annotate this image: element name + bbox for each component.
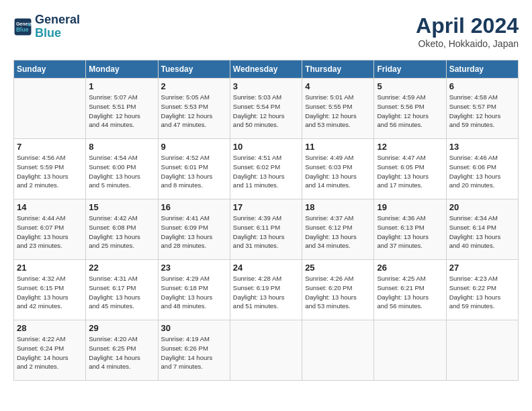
calendar-cell: 1Sunrise: 5:07 AM Sunset: 5:51 PM Daylig…	[86, 79, 158, 139]
calendar-cell: 5Sunrise: 4:59 AM Sunset: 5:56 PM Daylig…	[374, 79, 446, 139]
day-number: 29	[89, 323, 154, 333]
calendar-cell: 30Sunrise: 4:19 AM Sunset: 6:26 PM Dayli…	[158, 320, 230, 381]
day-info: Sunrise: 4:46 AM Sunset: 6:06 PM Dayligh…	[449, 153, 515, 190]
day-number: 24	[233, 263, 299, 273]
day-info: Sunrise: 4:23 AM Sunset: 6:22 PM Dayligh…	[449, 274, 515, 311]
day-info: Sunrise: 4:52 AM Sunset: 6:01 PM Dayligh…	[161, 153, 227, 190]
calendar-cell	[14, 79, 86, 139]
calendar-cell	[446, 320, 518, 381]
day-number: 9	[161, 142, 227, 152]
day-number: 2	[161, 81, 227, 91]
day-info: Sunrise: 4:49 AM Sunset: 6:03 PM Dayligh…	[305, 153, 371, 190]
calendar-cell: 15Sunrise: 4:42 AM Sunset: 6:08 PM Dayli…	[86, 199, 158, 260]
day-number: 16	[161, 202, 227, 212]
day-info: Sunrise: 4:22 AM Sunset: 6:24 PM Dayligh…	[17, 334, 83, 371]
calendar-cell: 20Sunrise: 4:34 AM Sunset: 6:14 PM Dayli…	[446, 199, 518, 260]
weekday-header: Friday	[374, 60, 446, 79]
day-info: Sunrise: 4:54 AM Sunset: 6:00 PM Dayligh…	[89, 153, 154, 190]
day-number: 19	[377, 202, 443, 212]
month-title: April 2024	[416, 13, 519, 38]
day-info: Sunrise: 4:59 AM Sunset: 5:56 PM Dayligh…	[377, 93, 443, 130]
calendar-cell: 4Sunrise: 5:01 AM Sunset: 5:55 PM Daylig…	[302, 79, 374, 139]
calendar-cell: 12Sunrise: 4:47 AM Sunset: 6:05 PM Dayli…	[374, 139, 446, 199]
weekday-header: Sunday	[14, 60, 86, 79]
day-info: Sunrise: 5:05 AM Sunset: 5:53 PM Dayligh…	[161, 93, 227, 130]
day-info: Sunrise: 4:31 AM Sunset: 6:17 PM Dayligh…	[89, 274, 154, 311]
calendar-cell: 28Sunrise: 4:22 AM Sunset: 6:24 PM Dayli…	[14, 320, 86, 381]
calendar-week-row: 28Sunrise: 4:22 AM Sunset: 6:24 PM Dayli…	[14, 320, 519, 381]
calendar-cell: 6Sunrise: 4:58 AM Sunset: 5:57 PM Daylig…	[446, 79, 518, 139]
day-info: Sunrise: 4:25 AM Sunset: 6:21 PM Dayligh…	[377, 274, 443, 311]
day-number: 25	[305, 263, 371, 273]
calendar-week-row: 1Sunrise: 5:07 AM Sunset: 5:51 PM Daylig…	[14, 79, 519, 139]
day-number: 20	[449, 202, 515, 212]
calendar-cell: 7Sunrise: 4:56 AM Sunset: 5:59 PM Daylig…	[14, 139, 86, 199]
calendar-cell: 11Sunrise: 4:49 AM Sunset: 6:03 PM Dayli…	[302, 139, 374, 199]
logo: General Blue General Blue	[13, 13, 80, 40]
calendar-cell: 2Sunrise: 5:05 AM Sunset: 5:53 PM Daylig…	[158, 79, 230, 139]
day-number: 12	[377, 142, 443, 152]
day-info: Sunrise: 4:26 AM Sunset: 6:20 PM Dayligh…	[305, 274, 371, 311]
calendar-cell	[374, 320, 446, 381]
day-number: 26	[377, 263, 443, 273]
day-info: Sunrise: 4:36 AM Sunset: 6:13 PM Dayligh…	[377, 214, 443, 250]
day-number: 6	[449, 81, 515, 91]
calendar-cell: 8Sunrise: 4:54 AM Sunset: 6:00 PM Daylig…	[86, 139, 158, 199]
calendar-cell: 13Sunrise: 4:46 AM Sunset: 6:06 PM Dayli…	[446, 139, 518, 199]
day-number: 17	[233, 202, 299, 212]
calendar-cell: 25Sunrise: 4:26 AM Sunset: 6:20 PM Dayli…	[302, 260, 374, 320]
calendar-cell: 24Sunrise: 4:28 AM Sunset: 6:19 PM Dayli…	[230, 260, 302, 320]
calendar-cell: 16Sunrise: 4:41 AM Sunset: 6:09 PM Dayli…	[158, 199, 230, 260]
day-info: Sunrise: 4:32 AM Sunset: 6:15 PM Dayligh…	[17, 274, 83, 311]
day-number: 15	[89, 202, 154, 212]
day-info: Sunrise: 4:44 AM Sunset: 6:07 PM Dayligh…	[17, 214, 83, 250]
weekday-header: Thursday	[302, 60, 374, 79]
calendar-table: SundayMondayTuesdayWednesdayThursdayFrid…	[13, 60, 519, 381]
day-number: 3	[233, 81, 299, 91]
day-number: 5	[377, 81, 443, 91]
calendar-cell: 9Sunrise: 4:52 AM Sunset: 6:01 PM Daylig…	[158, 139, 230, 199]
day-number: 11	[305, 142, 371, 152]
svg-text:Blue: Blue	[16, 26, 29, 33]
calendar-cell: 10Sunrise: 4:51 AM Sunset: 6:02 PM Dayli…	[230, 139, 302, 199]
calendar-cell: 29Sunrise: 4:20 AM Sunset: 6:25 PM Dayli…	[86, 320, 158, 381]
weekday-header: Saturday	[446, 60, 518, 79]
page-header: General Blue General Blue April 2024 Oke…	[13, 13, 519, 49]
day-info: Sunrise: 4:56 AM Sunset: 5:59 PM Dayligh…	[17, 153, 83, 190]
day-number: 27	[449, 263, 515, 273]
day-info: Sunrise: 4:19 AM Sunset: 6:26 PM Dayligh…	[161, 334, 227, 371]
day-number: 13	[449, 142, 515, 152]
day-number: 21	[17, 263, 83, 273]
calendar-cell	[302, 320, 374, 381]
title-block: April 2024 Oketo, Hokkaido, Japan	[416, 13, 519, 49]
day-info: Sunrise: 5:07 AM Sunset: 5:51 PM Dayligh…	[89, 93, 154, 130]
day-number: 22	[89, 263, 154, 273]
calendar-cell: 27Sunrise: 4:23 AM Sunset: 6:22 PM Dayli…	[446, 260, 518, 320]
calendar-week-row: 14Sunrise: 4:44 AM Sunset: 6:07 PM Dayli…	[14, 199, 519, 260]
logo-general: General	[35, 13, 80, 27]
day-info: Sunrise: 5:03 AM Sunset: 5:54 PM Dayligh…	[233, 93, 299, 130]
header-row: SundayMondayTuesdayWednesdayThursdayFrid…	[14, 60, 519, 79]
day-info: Sunrise: 4:29 AM Sunset: 6:18 PM Dayligh…	[161, 274, 227, 311]
weekday-header: Monday	[86, 60, 158, 79]
calendar-cell: 19Sunrise: 4:36 AM Sunset: 6:13 PM Dayli…	[374, 199, 446, 260]
weekday-header: Tuesday	[158, 60, 230, 79]
day-info: Sunrise: 5:01 AM Sunset: 5:55 PM Dayligh…	[305, 93, 371, 130]
logo-icon: General Blue	[13, 17, 32, 36]
day-info: Sunrise: 4:51 AM Sunset: 6:02 PM Dayligh…	[233, 153, 299, 190]
calendar-cell: 18Sunrise: 4:37 AM Sunset: 6:12 PM Dayli…	[302, 199, 374, 260]
day-number: 1	[89, 81, 154, 91]
day-info: Sunrise: 4:37 AM Sunset: 6:12 PM Dayligh…	[305, 214, 371, 250]
day-number: 7	[17, 142, 83, 152]
day-number: 8	[89, 142, 154, 152]
day-number: 10	[233, 142, 299, 152]
day-info: Sunrise: 4:39 AM Sunset: 6:11 PM Dayligh…	[233, 214, 299, 250]
calendar-cell: 21Sunrise: 4:32 AM Sunset: 6:15 PM Dayli…	[14, 260, 86, 320]
day-number: 28	[17, 323, 83, 333]
calendar-cell: 14Sunrise: 4:44 AM Sunset: 6:07 PM Dayli…	[14, 199, 86, 260]
day-number: 30	[161, 323, 227, 333]
day-info: Sunrise: 4:20 AM Sunset: 6:25 PM Dayligh…	[89, 334, 154, 371]
calendar-cell	[230, 320, 302, 381]
day-info: Sunrise: 4:58 AM Sunset: 5:57 PM Dayligh…	[449, 93, 515, 130]
weekday-header: Wednesday	[230, 60, 302, 79]
